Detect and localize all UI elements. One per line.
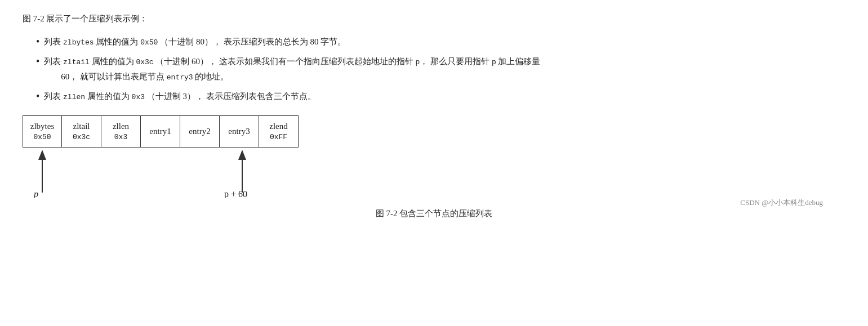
code-zltail: zltail: [63, 58, 90, 66]
cell-zlbytes: zlbytes 0x50: [23, 115, 62, 148]
svg-marker-1: [38, 150, 46, 160]
arrows-container: p p + 60: [23, 148, 417, 198]
bullet-dot: •: [36, 56, 39, 66]
arrows-svg: p p + 60: [23, 148, 417, 198]
code-0x3c: 0x3c: [136, 58, 153, 66]
cell-entry1: entry1: [141, 115, 180, 148]
code-p2: p: [492, 58, 496, 66]
num-80: 80: [196, 37, 204, 46]
watermark: CSDN @小小本科生debug: [740, 198, 823, 208]
cell-label: zlend: [269, 120, 287, 132]
figure-caption: 图 7-2 包含三个节点的压缩列表: [23, 208, 845, 219]
bullet2-content: 列表 zltail 属性的值为 0x3c （十进制 60）， 这表示如果我们有一…: [44, 54, 845, 84]
cell-label: zllen: [113, 120, 129, 132]
bullet3-content: 列表 zllen 属性的值为 0x3 （十进制 3）， 表示压缩列表包含三个节点…: [44, 89, 845, 104]
list-item: • 列表 zltail 属性的值为 0x3c （十进制 60）， 这表示如果我们…: [36, 54, 845, 84]
cell-label: zltail: [73, 120, 90, 132]
num-80b: 80: [310, 37, 318, 46]
cell-value: 0x50: [33, 132, 51, 142]
cell-label: entry1: [149, 126, 171, 137]
bullet-dot: •: [36, 37, 39, 47]
svg-text:p: p: [33, 189, 38, 198]
compressed-list-table: zlbytes 0x50 zltail 0x3c zllen 0x3 entry…: [23, 115, 845, 148]
cell-label: zlbytes: [30, 120, 55, 132]
bullet1-content: 列表 zlbytes 属性的值为 0x50 （十进制 80）， 表示压缩列表的总…: [44, 34, 845, 50]
cell-value: 0x3: [114, 132, 127, 142]
code-zllen: zllen: [63, 93, 85, 101]
num-3: 3: [182, 92, 187, 101]
cell-entry2: entry2: [180, 115, 220, 148]
code-zlbytes: zlbytes: [63, 38, 94, 47]
cell-zllen: zllen 0x3: [101, 115, 141, 148]
code-0x3: 0x3: [132, 93, 145, 101]
code-0x50: 0x50: [140, 38, 158, 47]
num-60: 60: [192, 57, 200, 66]
bullet-dot: •: [36, 91, 39, 101]
cell-zlend: zlend 0xFF: [259, 115, 299, 148]
bullet-list: • 列表 zlbytes 属性的值为 0x50 （十进制 80）， 表示压缩列表…: [36, 34, 845, 104]
list-item: • 列表 zllen 属性的值为 0x3 （十进制 3）， 表示压缩列表包含三个…: [36, 89, 845, 104]
cell-value: 0xFF: [270, 132, 287, 142]
cell-label: entry3: [228, 126, 250, 137]
code-entry3: entry3: [167, 73, 193, 82]
svg-text:p + 60: p + 60: [224, 189, 247, 198]
cell-value: 0x3c: [73, 132, 90, 142]
diagram-area: zlbytes 0x50 zltail 0x3c zllen 0x3 entry…: [23, 115, 845, 198]
cell-zltail: zltail 0x3c: [62, 115, 101, 148]
figure-caption-text: 图 7-2 包含三个节点的压缩列表: [376, 209, 493, 218]
svg-marker-3: [238, 150, 246, 160]
cell-entry3: entry3: [220, 115, 259, 148]
list-item: • 列表 zlbytes 属性的值为 0x50 （十进制 80）， 表示压缩列表…: [36, 34, 845, 50]
code-p1: p: [416, 58, 420, 66]
page-container: 图 7-2 展示了一个压缩列表示例： • 列表 zlbytes 属性的值为 0x…: [23, 14, 845, 219]
intro-title: 图 7-2 展示了一个压缩列表示例：: [23, 14, 845, 24]
cell-label: entry2: [189, 126, 210, 137]
